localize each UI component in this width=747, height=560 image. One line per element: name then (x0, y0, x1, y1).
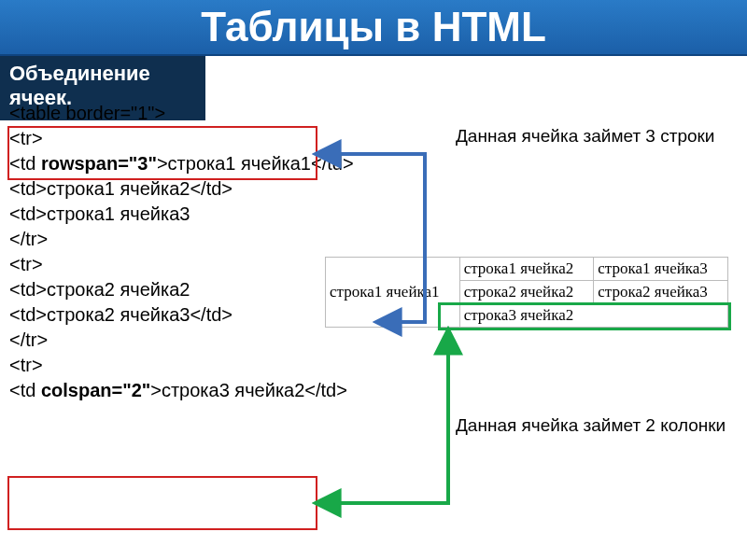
code-line: <td>строка2 ячейка3</td> (9, 302, 327, 328)
table-row: строка1 ячейка1 строка1 ячейка2 строка1 … (326, 258, 728, 281)
table-cell: строка1 ячейка2 (459, 258, 594, 281)
page-title: Таблицы в HTML (201, 4, 546, 50)
title-bar: Таблицы в HTML (0, 0, 747, 56)
code-line: <td rowspan="3">строка1 ячейка1</td> (9, 151, 327, 176)
arrow-colspan-icon (317, 331, 448, 503)
table-cell: строка1 ячейка3 (594, 258, 728, 281)
table-cell: строка2 ячейка3 (594, 281, 728, 304)
code-line: <td colspan="2">строка3 ячейка2</td> (9, 378, 327, 403)
code-line: <tr> (9, 126, 327, 151)
code-line: <td>строка1 ячейка2</td> (9, 176, 327, 202)
rowspan-attr: rowspan="3" (41, 153, 157, 174)
colspan-attr: colspan="2" (41, 380, 150, 400)
code-line: <tr> (9, 252, 327, 277)
highlight-colspan (7, 476, 317, 530)
annotation-colspan: Данная ячейка займет 2 колонки (456, 415, 736, 437)
cell-rowspan: строка1 ячейка1 (326, 258, 460, 328)
code-line: <tr> (9, 353, 327, 378)
result-table: строка1 ячейка1 строка1 ячейка2 строка1 … (325, 257, 728, 328)
annotation-rowspan: Данная ячейка займет 3 строки (456, 126, 736, 147)
code-line: </tr> (9, 328, 327, 353)
code-line: <table border="1"> (9, 101, 327, 126)
code-line: <td>строка1 ячейка3 (9, 202, 327, 227)
cell-colspan: строка3 ячейка2 (459, 304, 727, 328)
code-block: <table border="1"> <tr> <td rowspan="3">… (9, 101, 327, 403)
code-line: </tr> (9, 227, 327, 252)
table-cell: строка2 ячейка2 (459, 281, 594, 304)
result-table-wrap: строка1 ячейка1 строка1 ячейка2 строка1 … (325, 257, 728, 328)
code-line: <td>строка2 ячейка2 (9, 277, 327, 302)
